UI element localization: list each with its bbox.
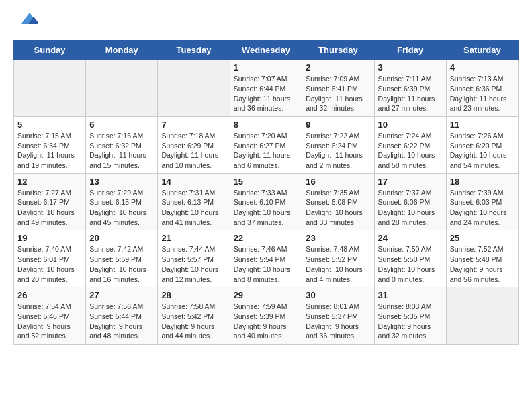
day-info: Sunrise: 7:27 AM Sunset: 6:17 PM Dayligh… xyxy=(17,188,82,228)
calendar-cell xyxy=(158,60,230,117)
calendar-cell: 21Sunrise: 7:44 AM Sunset: 5:57 PM Dayli… xyxy=(158,230,230,287)
calendar-cell: 28Sunrise: 7:58 AM Sunset: 5:42 PM Dayli… xyxy=(158,287,230,345)
day-info: Sunrise: 7:22 AM Sunset: 6:24 PM Dayligh… xyxy=(306,131,370,171)
weekday-header: Wednesday xyxy=(230,41,302,60)
day-number: 5 xyxy=(17,120,82,130)
calendar-cell: 29Sunrise: 7:59 AM Sunset: 5:39 PM Dayli… xyxy=(230,287,302,345)
day-info: Sunrise: 7:46 AM Sunset: 5:54 PM Dayligh… xyxy=(234,244,299,284)
day-number: 23 xyxy=(306,233,370,243)
day-number: 21 xyxy=(161,233,226,243)
calendar-week-row: 26Sunrise: 7:54 AM Sunset: 5:46 PM Dayli… xyxy=(14,287,519,345)
calendar-week-row: 1Sunrise: 7:07 AM Sunset: 6:44 PM Daylig… xyxy=(14,60,519,117)
day-number: 31 xyxy=(378,290,443,300)
calendar-cell: 7Sunrise: 7:18 AM Sunset: 6:29 PM Daylig… xyxy=(158,116,230,173)
day-info: Sunrise: 7:42 AM Sunset: 5:59 PM Dayligh… xyxy=(89,244,154,284)
day-number: 28 xyxy=(161,290,226,300)
calendar-week-row: 5Sunrise: 7:15 AM Sunset: 6:34 PM Daylig… xyxy=(14,116,519,173)
weekday-header: Tuesday xyxy=(158,41,230,60)
day-number: 4 xyxy=(450,62,515,73)
page-header xyxy=(13,13,519,30)
day-number: 6 xyxy=(89,120,154,130)
weekday-header: Monday xyxy=(86,41,158,60)
weekday-header: Friday xyxy=(374,41,446,60)
calendar-cell xyxy=(14,60,86,117)
day-number: 25 xyxy=(450,233,515,243)
day-number: 2 xyxy=(306,62,370,73)
calendar-cell: 25Sunrise: 7:52 AM Sunset: 5:48 PM Dayli… xyxy=(446,230,518,287)
calendar-cell: 31Sunrise: 8:03 AM Sunset: 5:35 PM Dayli… xyxy=(374,287,446,345)
calendar-table: SundayMondayTuesdayWednesdayThursdayFrid… xyxy=(13,40,519,345)
calendar-cell xyxy=(446,287,518,345)
calendar-cell: 9Sunrise: 7:22 AM Sunset: 6:24 PM Daylig… xyxy=(302,116,374,173)
day-number: 18 xyxy=(450,177,515,187)
calendar-cell: 2Sunrise: 7:09 AM Sunset: 6:41 PM Daylig… xyxy=(302,60,374,117)
day-info: Sunrise: 7:18 AM Sunset: 6:29 PM Dayligh… xyxy=(161,131,226,171)
day-number: 14 xyxy=(161,177,226,187)
day-info: Sunrise: 7:20 AM Sunset: 6:27 PM Dayligh… xyxy=(234,131,299,171)
calendar-cell: 20Sunrise: 7:42 AM Sunset: 5:59 PM Dayli… xyxy=(86,230,158,287)
calendar-cell: 27Sunrise: 7:56 AM Sunset: 5:44 PM Dayli… xyxy=(86,287,158,345)
calendar-cell xyxy=(86,60,158,117)
day-number: 9 xyxy=(306,120,370,130)
calendar-cell: 26Sunrise: 7:54 AM Sunset: 5:46 PM Dayli… xyxy=(14,287,86,345)
day-info: Sunrise: 7:07 AM Sunset: 6:44 PM Dayligh… xyxy=(234,74,299,113)
calendar-header-row: SundayMondayTuesdayWednesdayThursdayFrid… xyxy=(14,41,519,60)
calendar-cell: 15Sunrise: 7:33 AM Sunset: 6:10 PM Dayli… xyxy=(230,173,302,230)
day-number: 24 xyxy=(378,233,443,243)
day-number: 22 xyxy=(234,233,299,243)
day-info: Sunrise: 7:37 AM Sunset: 6:06 PM Dayligh… xyxy=(378,188,443,228)
day-number: 16 xyxy=(306,177,370,187)
calendar-cell: 22Sunrise: 7:46 AM Sunset: 5:54 PM Dayli… xyxy=(230,230,302,287)
calendar-cell: 17Sunrise: 7:37 AM Sunset: 6:06 PM Dayli… xyxy=(374,173,446,230)
calendar-cell: 8Sunrise: 7:20 AM Sunset: 6:27 PM Daylig… xyxy=(230,116,302,173)
day-number: 17 xyxy=(378,177,443,187)
day-info: Sunrise: 7:40 AM Sunset: 6:01 PM Dayligh… xyxy=(17,244,82,284)
day-number: 1 xyxy=(234,62,299,73)
day-number: 30 xyxy=(306,290,370,300)
weekday-header: Thursday xyxy=(302,41,374,60)
day-number: 15 xyxy=(234,177,299,187)
day-number: 11 xyxy=(450,120,515,130)
calendar-cell: 30Sunrise: 8:01 AM Sunset: 5:37 PM Dayli… xyxy=(302,287,374,345)
day-number: 19 xyxy=(17,233,82,243)
day-info: Sunrise: 7:50 AM Sunset: 5:50 PM Dayligh… xyxy=(378,244,443,284)
calendar-cell: 16Sunrise: 7:35 AM Sunset: 6:08 PM Dayli… xyxy=(302,173,374,230)
calendar-cell: 13Sunrise: 7:29 AM Sunset: 6:15 PM Dayli… xyxy=(86,173,158,230)
day-info: Sunrise: 7:39 AM Sunset: 6:03 PM Dayligh… xyxy=(450,188,515,228)
weekday-header: Sunday xyxy=(14,41,86,60)
day-number: 7 xyxy=(161,120,226,130)
calendar-cell: 1Sunrise: 7:07 AM Sunset: 6:44 PM Daylig… xyxy=(230,60,302,117)
day-info: Sunrise: 7:35 AM Sunset: 6:08 PM Dayligh… xyxy=(306,188,370,228)
calendar-cell: 18Sunrise: 7:39 AM Sunset: 6:03 PM Dayli… xyxy=(446,173,518,230)
day-info: Sunrise: 7:31 AM Sunset: 6:13 PM Dayligh… xyxy=(161,188,226,228)
day-number: 29 xyxy=(234,290,299,300)
day-info: Sunrise: 7:56 AM Sunset: 5:44 PM Dayligh… xyxy=(89,302,154,341)
day-info: Sunrise: 7:15 AM Sunset: 6:34 PM Dayligh… xyxy=(17,131,82,171)
day-info: Sunrise: 8:01 AM Sunset: 5:37 PM Dayligh… xyxy=(306,302,370,341)
day-info: Sunrise: 8:03 AM Sunset: 5:35 PM Dayligh… xyxy=(378,302,443,341)
day-info: Sunrise: 7:44 AM Sunset: 5:57 PM Dayligh… xyxy=(161,244,226,284)
calendar-week-row: 19Sunrise: 7:40 AM Sunset: 6:01 PM Dayli… xyxy=(14,230,519,287)
day-info: Sunrise: 7:13 AM Sunset: 6:36 PM Dayligh… xyxy=(450,74,515,113)
day-info: Sunrise: 7:16 AM Sunset: 6:32 PM Dayligh… xyxy=(89,131,154,171)
day-number: 13 xyxy=(89,177,154,187)
logo-icon xyxy=(16,7,38,29)
day-info: Sunrise: 7:52 AM Sunset: 5:48 PM Dayligh… xyxy=(450,244,515,284)
calendar-cell: 5Sunrise: 7:15 AM Sunset: 6:34 PM Daylig… xyxy=(14,116,86,173)
day-number: 10 xyxy=(378,120,443,130)
day-info: Sunrise: 7:26 AM Sunset: 6:20 PM Dayligh… xyxy=(450,131,515,171)
calendar-cell: 11Sunrise: 7:26 AM Sunset: 6:20 PM Dayli… xyxy=(446,116,518,173)
day-info: Sunrise: 7:24 AM Sunset: 6:22 PM Dayligh… xyxy=(378,131,443,171)
calendar-cell: 6Sunrise: 7:16 AM Sunset: 6:32 PM Daylig… xyxy=(86,116,158,173)
calendar-cell: 19Sunrise: 7:40 AM Sunset: 6:01 PM Dayli… xyxy=(14,230,86,287)
day-number: 8 xyxy=(234,120,299,130)
day-info: Sunrise: 7:29 AM Sunset: 6:15 PM Dayligh… xyxy=(89,188,154,228)
logo xyxy=(13,13,38,30)
calendar-cell: 10Sunrise: 7:24 AM Sunset: 6:22 PM Dayli… xyxy=(374,116,446,173)
day-number: 12 xyxy=(17,177,82,187)
calendar-cell: 23Sunrise: 7:48 AM Sunset: 5:52 PM Dayli… xyxy=(302,230,374,287)
day-info: Sunrise: 7:11 AM Sunset: 6:39 PM Dayligh… xyxy=(378,74,443,113)
day-number: 27 xyxy=(89,290,154,300)
day-number: 26 xyxy=(17,290,82,300)
day-info: Sunrise: 7:58 AM Sunset: 5:42 PM Dayligh… xyxy=(161,302,226,341)
